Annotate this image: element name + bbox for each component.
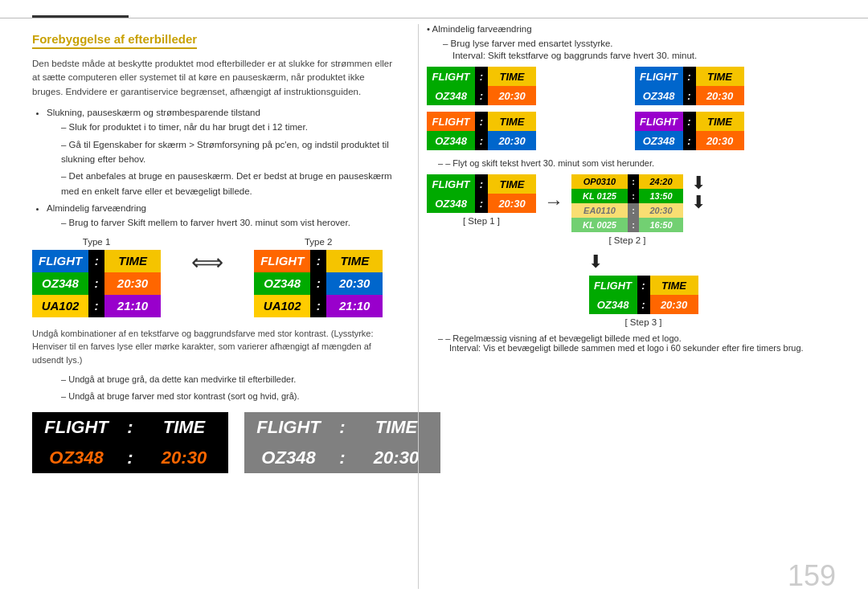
t2-ua-time: 21:10 — [326, 295, 383, 317]
t2-oz-time: 20:30 — [326, 272, 383, 295]
r-dash5: Interval: Vis et bevægeligt billede samm… — [438, 343, 836, 353]
mb1-time-h: TIME — [488, 67, 536, 86]
bottom-dash1-container: Undgå at bruge grå, da dette kan medvirk… — [32, 373, 394, 403]
t2-time-header: TIME — [326, 250, 383, 272]
mb3-oz: OZ348 — [427, 131, 475, 150]
t2-oz-colon: : — [310, 272, 326, 295]
r-bottom-notes: – – Regelmæssig visning af et bevægeligt… — [427, 333, 836, 353]
s2-r4-c: : — [628, 218, 639, 232]
s3-time: 20:30 — [650, 295, 698, 314]
mb3-colon-r: : — [475, 131, 488, 150]
lb-time-ob: 20:30 — [140, 443, 228, 473]
dash-list-2: Brug to farver Skift mellem to farver hv… — [47, 215, 394, 230]
dash-list-1: Sluk for produktet i to timer, når du ha… — [47, 120, 394, 198]
t1-ua-colon: : — [88, 295, 104, 317]
t1-oz-cell: OZ348 — [32, 272, 88, 295]
t1-ua-time: 21:10 — [104, 295, 161, 317]
s1-time-h: TIME — [488, 174, 536, 194]
type1-board: FLIGHT : TIME OZ348 : 20:30 UA102 : 21:1… — [32, 250, 161, 317]
step2-label: [ Step 2 ] — [608, 235, 645, 245]
s1-oz: OZ348 — [427, 194, 475, 213]
bottom-dash1: Undgå at bruge grå, da dette kan medvirk… — [61, 373, 394, 387]
down-arrows: ⬇ ⬇ — [691, 174, 706, 211]
s2-r2-c: : — [628, 189, 639, 203]
t1-oz-colon: : — [88, 272, 104, 295]
t2-oz-cell: OZ348 — [254, 272, 310, 295]
s2-row3: EA0110 : 20:30 — [571, 203, 683, 218]
mb1-colon-r: : — [475, 86, 488, 105]
mini-board-4: FLIGHT : TIME OZ348 : 20:30 — [635, 112, 837, 150]
r-dash1-sub: Interval: Skift tekstfarve og baggrunds … — [427, 51, 836, 60]
mb3-time-h: TIME — [488, 112, 536, 131]
mb4-oz: OZ348 — [635, 131, 683, 150]
step3-board: FLIGHT : TIME OZ348 : 20:30 — [589, 276, 698, 314]
s2-r2-f: KL 0125 — [571, 189, 628, 203]
r-dash3: – – Flyt og skift tekst hvert 30. minut … — [427, 158, 836, 168]
s3-colon-h: : — [637, 276, 650, 295]
mb3-time: 20:30 — [488, 131, 536, 150]
t1-oz-time: 20:30 — [104, 272, 161, 295]
s2-r3-t: 20:30 — [639, 203, 683, 218]
mb2-flight: FLIGHT — [635, 67, 683, 86]
type1-block: Type 1 FLIGHT : TIME OZ348 : 20:30 UA102 — [32, 237, 161, 317]
mb4-time-h: TIME — [696, 112, 744, 131]
t2-flight-header: FLIGHT — [254, 250, 310, 272]
s2-r4-t: 16:50 — [639, 218, 683, 232]
bottom-dash2: Undgå at bruge farver med stor kontrast … — [61, 390, 394, 404]
t2-ua-cell: UA102 — [254, 295, 310, 317]
down-arrow-2: ⬇ — [691, 194, 706, 211]
mini-board-2: FLIGHT : TIME OZ348 : 20:30 — [635, 67, 837, 105]
lb-flight-g: FLIGHT — [244, 412, 333, 443]
t2-colon-header: : — [310, 250, 326, 272]
lb-oz-b: OZ348 — [32, 443, 121, 473]
mb3-flight: FLIGHT — [427, 112, 475, 131]
t1-flight-header: FLIGHT — [32, 250, 88, 272]
note1: Undgå kombinationer af en tekstfarve og … — [32, 327, 394, 367]
top-divider — [0, 18, 868, 18]
mb3-colon-h: : — [475, 112, 488, 131]
t1-time-header: TIME — [104, 250, 161, 272]
type1-label: Type 1 — [83, 237, 111, 247]
s2-r1-c: : — [628, 174, 639, 189]
lb-colon-og: : — [333, 443, 352, 473]
mb2-oz: OZ348 — [635, 86, 683, 105]
mb2-colon-h: : — [683, 67, 696, 86]
mb4-flight: FLIGHT — [635, 112, 683, 131]
step1-label: [ Step 1 ] — [463, 216, 500, 226]
s3-oz: OZ348 — [589, 295, 637, 314]
mb2-time: 20:30 — [696, 86, 744, 105]
type2-block: Type 2 FLIGHT : TIME OZ348 : 20:30 UA102 — [254, 237, 383, 317]
bottom-boards: FLIGHT : TIME OZ348 : 20:30 FLIGHT : TIM… — [32, 412, 394, 473]
types-row: Type 1 FLIGHT : TIME OZ348 : 20:30 UA102 — [32, 237, 394, 317]
lb-flight-b: FLIGHT — [32, 412, 121, 443]
mb4-colon-r: : — [683, 131, 696, 150]
mb1-colon-h: : — [475, 67, 488, 86]
step3-label: [ Step 3 ] — [624, 317, 661, 327]
step3-area: ⬇ FLIGHT : TIME OZ348 : 20:30 [ Step 3 ] — [451, 251, 836, 327]
s2-r3-f: EA0110 — [571, 203, 628, 218]
step1-container: FLIGHT : TIME OZ348 : 20:30 [ Step 1 ] — [427, 174, 536, 226]
s1-flight: FLIGHT — [427, 174, 475, 194]
s3-flight: FLIGHT — [589, 276, 637, 295]
t1-colon-header: : — [88, 250, 104, 272]
step-arrow-right: → — [544, 190, 563, 213]
lb-colon-g: : — [333, 412, 352, 443]
type2-label: Type 2 — [305, 237, 333, 247]
r-dash1: Brug lyse farver med ensartet lysstyrke. — [427, 37, 836, 51]
main-bullet-list: Slukning, pauseskærm og strømbesparende … — [32, 105, 394, 231]
mb4-colon-h: : — [683, 112, 696, 131]
mini-board-1: FLIGHT : TIME OZ348 : 20:30 — [427, 67, 628, 105]
mb1-oz: OZ348 — [427, 86, 475, 105]
s2-row4: KL 0025 : 16:50 — [571, 218, 683, 232]
mb2-colon-r: : — [683, 86, 696, 105]
right-column: • Almindelig farveændring Brug lyse farv… — [418, 24, 836, 589]
s1-colon-r: : — [475, 194, 488, 213]
s2-r2-t: 13:50 — [639, 189, 683, 203]
mb4-time: 20:30 — [696, 131, 744, 150]
page-number: 159 — [788, 559, 836, 593]
t2-ua-colon: : — [310, 295, 326, 317]
large-board-gray: FLIGHT : TIME OZ348 : 20:30 — [244, 412, 440, 473]
lb-colon-ob: : — [121, 443, 140, 473]
left-column: Forebyggelse af efterbilleder Den bedste… — [32, 24, 418, 589]
step3-arrow: ⬇ — [588, 251, 603, 272]
